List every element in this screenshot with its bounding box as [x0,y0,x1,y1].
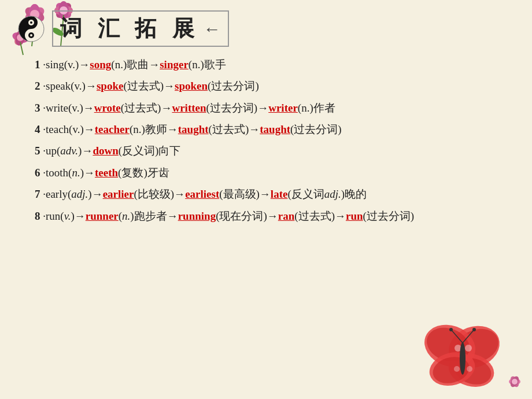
title-arrow: ← [204,19,221,39]
item-number-5: 5 [35,145,40,157]
header: 词 汇 拓 展 ← [0,0,532,53]
svg-point-26 [430,353,472,387]
item-8-word-3: ran [278,210,295,222]
item-8-word-4: run [346,210,363,222]
page-title: 词 汇 拓 展 [60,14,199,43]
vocab-item-3: 3 ·write(v.)→wrote(过去式)→written(过去分词)→wr… [35,99,497,117]
item-4-word-2: taught [178,123,209,135]
item-5-text: ·up(adv.)→down(反义词)向下 [43,145,180,157]
svg-point-33 [449,328,453,331]
item-number-3: 3 [35,102,40,114]
item-number-4: 4 [35,123,40,135]
item-3-word-1: wrote [94,102,121,114]
item-number-1: 1 [35,58,40,71]
svg-point-25 [426,348,479,391]
item-6-word-1: teeth [95,167,118,179]
item-1-word-1: song [90,58,111,71]
item-8-word-1: runner [86,210,119,222]
svg-point-30 [454,366,460,372]
svg-point-29 [467,366,472,372]
item-5-word-1: down [93,145,118,157]
svg-point-22 [452,354,494,388]
vocab-item-5: 5 ·up(adv.)→down(反义词)向下 [35,142,497,160]
vocab-item-2: 2 ·speak(v.)→spoke(过去式)→spoken(过去分词) [35,77,497,95]
item-8-word-2: running [178,210,216,222]
item-7-word-3: late [271,188,288,200]
svg-point-37 [509,375,520,388]
item-2-word-1: spoke [97,80,123,92]
svg-point-39 [512,379,518,385]
yin-yang-icon [17,15,45,43]
svg-line-32 [451,330,463,343]
vocab-item-8: 8 ·run(v.)→runner(n.)跑步者→running(现在分词)→r… [35,207,497,226]
item-number-7: 7 [35,188,40,200]
item-1-word-2: singer [160,58,189,71]
svg-point-23 [419,318,482,374]
vocab-item-7: 7 ·early(adj.)→earlier(比较级)→earliest(最高级… [35,185,497,204]
svg-point-20 [451,323,504,369]
item-number-2: 2 [35,80,40,92]
item-4-word-3: taught [260,123,290,135]
svg-point-35 [472,328,476,331]
svg-point-28 [455,345,461,352]
svg-point-21 [445,349,498,392]
vocabulary-content: 1 ·sing(v.)→song(n.)歌曲→singer(n.)歌手 2 ·s… [0,53,532,235]
vocab-item-4: 4 ·teach(v.)→teacher(n.)教师→taught(过去式)→t… [35,120,497,138]
item-3-word-3: writer [268,102,298,114]
svg-line-34 [463,330,474,343]
item-4-word-1: teacher [95,123,130,135]
svg-point-27 [465,345,472,352]
item-2-word-2: spoken [175,80,208,92]
flower-decoration-bottom-right [416,306,532,399]
item-7-word-2: earliest [185,188,219,200]
svg-point-24 [422,322,475,368]
item-3-text: ·write(v.)→wrote(过去式)→written(过去分词)→writ… [43,102,335,114]
svg-point-36 [509,378,520,385]
item-7-text: ·early(adj.)→earlier(比较级)→earliest(最高级)→… [43,188,367,200]
item-8-text: ·run(v.)→runner(n.)跑步者→running(现在分词)→ran… [43,210,414,222]
svg-point-31 [460,342,466,375]
item-3-word-2: written [172,102,206,114]
svg-point-38 [509,375,520,388]
item-2-text: ·speak(v.)→spoke(过去式)→spoken(过去分词) [43,80,259,92]
vocab-item-6: 6 ·tooth(n.)→teeth(复数)牙齿 [35,164,497,182]
item-4-text: ·teach(v.)→teacher(n.)教师→taught(过去式)→tau… [43,123,341,135]
svg-point-19 [443,319,506,375]
svg-point-43 [30,21,32,24]
svg-point-44 [30,34,32,36]
vocab-item-1: 1 ·sing(v.)→song(n.)歌曲→singer(n.)歌手 [35,56,497,73]
item-7-word-1: earlier [103,188,134,200]
item-6-text: ·tooth(n.)→teeth(复数)牙齿 [43,167,169,179]
item-number-8: 8 [35,210,40,222]
item-number-6: 6 [35,167,40,179]
item-1-text: ·sing(v.)→song(n.)歌曲→singer(n.)歌手 [43,58,226,71]
